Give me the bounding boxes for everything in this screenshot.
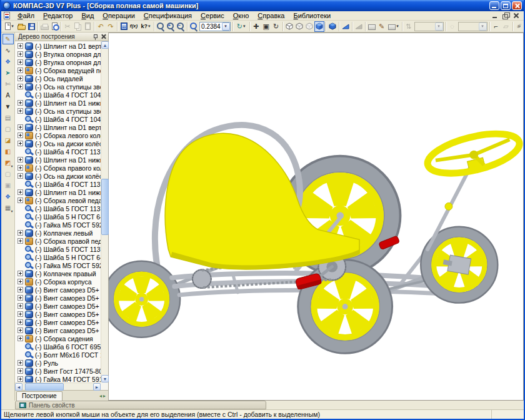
tree-expand-icon[interactable] [18, 68, 23, 73]
variables-button[interactable]: f(x) [129, 21, 139, 32]
show-all-button[interactable]: ▣ [261, 21, 271, 32]
part-tool-button[interactable]: ❖ [2, 56, 14, 67]
tree-horizontal-scrollbar[interactable]: ◄ ► [15, 382, 101, 390]
tree-item[interactable]: (-) Шплинт на D1 нижний (5) [15, 188, 108, 196]
open-document-button[interactable] [16, 21, 26, 32]
tree-item[interactable]: (-) Винт Гост 17475-80 D4*30 (1 [15, 367, 108, 375]
zoom-scale-combo-dropdown-icon[interactable]: ▾ [222, 22, 230, 31]
tree-expand-icon[interactable] [18, 238, 23, 244]
minimize-button[interactable] [489, 1, 499, 10]
mdi-close-button[interactable] [512, 12, 520, 19]
tree-expand-icon[interactable] [18, 198, 23, 203]
rotate-view-button[interactable]: ↻ [271, 21, 281, 32]
tree-expand-icon[interactable] [18, 295, 23, 301]
tree-item[interactable]: (-) Ось на диски колёс (3) [15, 172, 108, 180]
new-document-button[interactable]: ▾ [2, 21, 16, 32]
tree-item[interactable]: (-) Шайба 4 ГОСТ 10450-78 (3) [15, 91, 108, 99]
current-scale-button[interactable] [189, 21, 199, 32]
mdi-minimize-button[interactable] [491, 12, 499, 19]
tree-item[interactable]: (-) Ось пидалей [15, 74, 108, 82]
tree-item[interactable]: (-) Гайка М5 ГОСТ 5927-70 (5) [15, 221, 108, 229]
tree-item[interactable]: (-) Сборка ведущей передачи [15, 66, 108, 74]
mate-tool-1-button[interactable]: ▢ [2, 169, 14, 179]
tree-expand-icon[interactable] [18, 76, 23, 81]
hidden-lines-thin-button[interactable] [304, 21, 314, 32]
panel-close-icon[interactable] [101, 34, 107, 40]
tree-item[interactable]: (-) Втулка опорная для осей пра [15, 58, 108, 66]
tree-item[interactable]: (-) Шплинт на D1 вертикальный [15, 123, 108, 131]
close-button[interactable] [512, 1, 522, 10]
tab-scroll-arrows[interactable]: ◂▸ [99, 393, 107, 401]
rear-left-wheel[interactable] [109, 261, 180, 338]
section-view-button[interactable] [341, 21, 351, 32]
tree-expand-icon[interactable] [18, 189, 23, 195]
filter-button[interactable]: ▼ [2, 101, 14, 112]
tree-item[interactable]: (-) Шайба 4 ГОСТ 10450-78 (4) [15, 115, 108, 123]
tree-item[interactable]: (-) Сборка правого колеса (1) [15, 164, 108, 172]
build-tree-button[interactable]: ✎ [2, 34, 14, 44]
tree-expand-icon[interactable] [18, 124, 23, 130]
zoom-select-button[interactable] [156, 21, 166, 32]
tree-expand-icon[interactable] [18, 165, 23, 171]
tree-expand-icon[interactable] [18, 287, 23, 292]
tree-expand-icon[interactable] [18, 59, 23, 65]
annotation-button[interactable]: A [2, 90, 14, 101]
tree-item[interactable]: (-) Ось на диски колёс (1) [15, 139, 108, 148]
viewport[interactable] [109, 32, 524, 401]
tree-item[interactable]: (-) Сборка сидения [15, 334, 108, 342]
scroll-up-arrow-icon[interactable]: ▲ [101, 41, 109, 49]
tree-item[interactable]: (-) Шплинт на D1 нижний (2) [15, 99, 108, 107]
tree-expand-icon[interactable] [18, 368, 23, 374]
tree-expand-icon[interactable] [18, 336, 23, 341]
tree-item[interactable]: (-) Ось на ступицы звездочек в [15, 82, 108, 91]
document-icon[interactable] [4, 12, 10, 19]
edit-assembly-alt-button[interactable]: ◩▾ [2, 158, 14, 168]
tree-item[interactable]: (-) Гайка М4 ГОСТ 5916-70 (2) [15, 375, 108, 382]
tree-item[interactable]: (-) Шайба 5 Н ГОСТ 6402-70 (2) [15, 253, 108, 261]
tree-expand-icon[interactable] [18, 230, 23, 236]
scroll-down-arrow-icon[interactable]: ▼ [101, 375, 109, 382]
pin-icon[interactable] [92, 34, 99, 40]
properties-panel-bar[interactable]: Панель свойств [15, 401, 266, 409]
front-left-wheel[interactable] [298, 260, 392, 353]
scroll-right-arrow-icon[interactable]: ► [93, 383, 101, 391]
aux-geometry-button[interactable]: ▢ [2, 124, 14, 134]
menu-item-7[interactable]: Окно [229, 11, 254, 20]
tree-item[interactable]: (-) Сборка правой педальки [15, 237, 108, 245]
tree-item[interactable]: (-) Винт саморез D5+ L25 (5) [15, 318, 108, 326]
tree-item[interactable]: (-) Руль [15, 359, 108, 367]
tree-item[interactable]: (-) Колпачек левый [15, 229, 108, 237]
redo-button[interactable]: ↷ [106, 21, 116, 32]
tree-expand-icon[interactable] [18, 376, 23, 382]
tree-item[interactable]: (-) Сборка левой педали [15, 196, 108, 204]
tree-item[interactable]: (-) Шплинт на D1 вертикальный [15, 42, 108, 50]
3d-model-canvas[interactable] [109, 33, 523, 400]
zoom-out-button[interactable]: − [176, 21, 186, 32]
tree-item[interactable]: (-) Шайба 5 ГОСТ 11371-78 (4) [15, 245, 108, 253]
clip-tool-button[interactable]: ✄ [2, 79, 14, 89]
tree-item[interactable]: (-) Шайба 4 ГОСТ 11371-78 (1) [15, 148, 108, 156]
tree-item[interactable]: (-) Гайка М5 ГОСТ 5927-70 (6) [15, 261, 108, 269]
tree-expand-icon[interactable] [18, 303, 23, 309]
mdi-restore-button[interactable] [502, 12, 509, 19]
param-combo-1-dropdown-icon[interactable]: ▾ [435, 22, 443, 31]
sketch-spline-button[interactable]: ∿ [2, 45, 14, 56]
menu-item-4[interactable]: Операции [98, 11, 139, 20]
tree-item[interactable]: (-) Шплинт на D1 нижний (3) [15, 156, 108, 164]
param-combo-2-dropdown-icon[interactable]: ▾ [479, 22, 487, 31]
hidden-lines-button[interactable] [294, 21, 304, 32]
tree-item[interactable]: (-) Винт саморез D5+ L25 (3) [15, 302, 108, 310]
edit-assembly-button[interactable]: ◧ [2, 146, 14, 157]
menu-item-2[interactable]: Редактор [39, 11, 77, 20]
local-frame-button[interactable]: ⌐ [491, 21, 501, 32]
tree-expand-icon[interactable] [18, 173, 23, 179]
horizontal-scroll-thumb[interactable] [25, 383, 64, 391]
tree-item[interactable]: (-) Ось на ступицы звездочек б [15, 107, 108, 115]
tree-expand-icon[interactable] [18, 157, 23, 162]
tree-item[interactable]: (-) Шайба 5 ГОСТ 11371-78 (3) [15, 204, 108, 212]
mate-tool-2-button[interactable]: ▣ [2, 180, 14, 191]
steering-wheel[interactable] [424, 126, 523, 181]
tree-expand-icon[interactable] [18, 100, 23, 106]
wireframe-button[interactable] [284, 21, 294, 32]
tab-construction[interactable]: Построение [16, 391, 62, 401]
